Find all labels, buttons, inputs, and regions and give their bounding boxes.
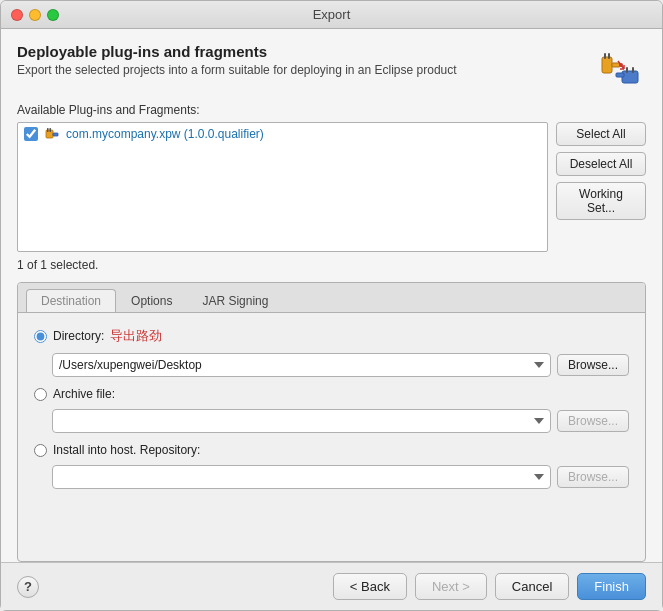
list-item: com.mycompany.xpw (1.0.0.qualifier): [18, 123, 547, 145]
svg-rect-3: [612, 63, 620, 67]
plugin-icon: [44, 126, 60, 142]
footer-right: < Back Next > Cancel Finish: [333, 573, 646, 600]
deselect-all-button[interactable]: Deselect All: [556, 152, 646, 176]
minimize-button[interactable]: [29, 9, 41, 21]
cancel-button[interactable]: Cancel: [495, 573, 569, 600]
plugin-checkbox[interactable]: [24, 127, 38, 141]
title-bar: Export: [1, 1, 662, 29]
back-button[interactable]: < Back: [333, 573, 407, 600]
directory-radio-row: Directory: 导出路劲: [34, 327, 629, 345]
archive-label: Archive file:: [53, 387, 115, 401]
tab-destination[interactable]: Destination: [26, 289, 116, 312]
directory-label: Directory:: [53, 329, 104, 343]
help-button[interactable]: ?: [17, 576, 39, 598]
tab-options[interactable]: Options: [116, 289, 187, 312]
main-content: Deployable plug-ins and fragments Export…: [1, 29, 662, 562]
side-buttons: Select All Deselect All Working Set...: [556, 122, 646, 252]
directory-radio[interactable]: [34, 330, 47, 343]
footer-left: ?: [17, 576, 39, 598]
working-set-button[interactable]: Working Set...: [556, 182, 646, 220]
plugins-list[interactable]: com.mycompany.xpw (1.0.0.qualifier): [17, 122, 548, 252]
close-button[interactable]: [11, 9, 23, 21]
directory-select[interactable]: /Users/xupengwei/Desktop: [52, 353, 551, 377]
page-description: Export the selected projects into a form…: [17, 63, 457, 77]
svg-rect-1: [604, 53, 606, 59]
archive-select[interactable]: [52, 409, 551, 433]
select-all-button[interactable]: Select All: [556, 122, 646, 146]
tab-jar-signing[interactable]: JAR Signing: [187, 289, 283, 312]
page-title: Deployable plug-ins and fragments: [17, 43, 457, 60]
svg-rect-11: [50, 128, 52, 132]
svg-rect-2: [608, 53, 610, 59]
install-select[interactable]: [52, 465, 551, 489]
header-row: Deployable plug-ins and fragments Export…: [17, 43, 646, 95]
install-radio[interactable]: [34, 444, 47, 457]
svg-rect-8: [616, 73, 624, 77]
maximize-button[interactable]: [47, 9, 59, 21]
tabs-header: Destination Options JAR Signing: [18, 283, 645, 313]
footer: ? < Back Next > Cancel Finish: [1, 562, 662, 610]
destination-tab-content: Directory: 导出路劲 /Users/xupengwei/Desktop…: [18, 313, 645, 561]
svg-rect-10: [47, 128, 49, 132]
directory-hint: 导出路劲: [110, 327, 162, 345]
svg-rect-7: [632, 67, 634, 73]
window-controls: [11, 9, 59, 21]
directory-dropdown-row: /Users/xupengwei/Desktop Browse...: [52, 353, 629, 377]
install-label: Install into host. Repository:: [53, 443, 200, 457]
plugin-name: com.mycompany.xpw (1.0.0.qualifier): [66, 127, 264, 141]
archive-radio[interactable]: [34, 388, 47, 401]
svg-rect-12: [53, 133, 58, 136]
window-title: Export: [313, 7, 351, 22]
plugins-area: com.mycompany.xpw (1.0.0.qualifier) Sele…: [17, 122, 646, 252]
install-dropdown-row: Browse...: [52, 465, 629, 489]
finish-button[interactable]: Finish: [577, 573, 646, 600]
archive-browse-button[interactable]: Browse...: [557, 410, 629, 432]
directory-browse-button[interactable]: Browse...: [557, 354, 629, 376]
main-window: Export Deployable plug-ins and fragments…: [0, 0, 663, 611]
install-browse-button[interactable]: Browse...: [557, 466, 629, 488]
export-icon: [594, 43, 646, 95]
archive-radio-row: Archive file:: [34, 387, 629, 401]
selection-status: 1 of 1 selected.: [17, 258, 646, 272]
svg-rect-0: [602, 57, 612, 73]
svg-rect-6: [626, 67, 628, 73]
next-button[interactable]: Next >: [415, 573, 487, 600]
svg-rect-5: [622, 71, 638, 83]
tabs-panel: Destination Options JAR Signing Director…: [17, 282, 646, 562]
header-text: Deployable plug-ins and fragments Export…: [17, 43, 457, 77]
archive-dropdown-row: Browse...: [52, 409, 629, 433]
install-radio-row: Install into host. Repository:: [34, 443, 629, 457]
plugins-section-label: Available Plug-ins and Fragments:: [17, 103, 646, 117]
